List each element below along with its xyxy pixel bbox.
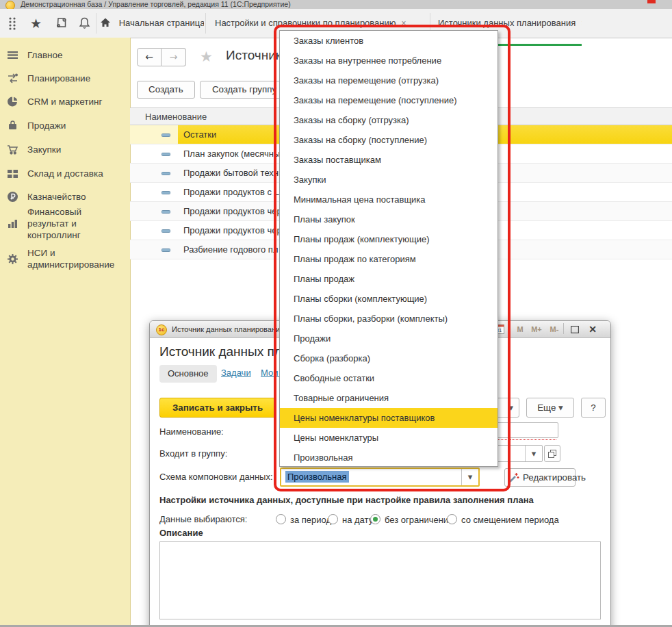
scheme-combo[interactable]: Произвольная ▾ [280, 468, 480, 487]
dropdown-item[interactable]: Заказы клиентов [280, 31, 497, 51]
m-minus-button[interactable]: M- [547, 323, 562, 335]
ruble-circle-icon [7, 191, 18, 203]
sidebar-item-purchases[interactable]: Закупки [0, 141, 130, 157]
titlebar-separator [563, 323, 564, 334]
radio-selected-icon [370, 514, 380, 524]
dropdown-item[interactable]: Заказы на внутреннее потребление [280, 51, 497, 71]
tab-close-icon[interactable]: × [402, 18, 406, 28]
dropdown-item[interactable]: Заказы на перемещение (поступление) [280, 90, 497, 110]
list-item-icon [161, 191, 170, 194]
warehouse-grid-icon [7, 168, 18, 179]
home-icon [100, 17, 111, 28]
chevron-down-icon[interactable]: ▾ [525, 446, 542, 461]
scheme-selected-value: Произвольная [285, 471, 349, 483]
list-item-icon [161, 210, 170, 214]
app-close-button-fragment[interactable] [647, 0, 656, 3]
dropdown-item[interactable]: Свободные остатки [280, 368, 497, 388]
tab-home[interactable]: Начальная страница [100, 9, 204, 38]
forward-button[interactable]: → [161, 48, 186, 66]
dropdown-item[interactable]: Сборка (разборка) [280, 348, 497, 368]
chevron-down-icon[interactable]: ▾ [461, 469, 478, 485]
dialog-close-icon[interactable]: ✕ [585, 323, 600, 335]
dropdown-item[interactable]: Произвольная [280, 448, 497, 468]
sidebar-item-treasury[interactable]: Казначейство [0, 188, 130, 205]
open-external-icon [548, 450, 556, 458]
dialog-title: Источник данных планировани [172, 321, 280, 337]
titlebar-separator [510, 323, 511, 334]
dropdown-item[interactable]: Минимальная цена поставщика [280, 190, 497, 209]
dropdown-item[interactable]: Продажи [280, 329, 497, 348]
tab-home-label: Начальная страница [119, 18, 204, 28]
save-and-close-button[interactable]: Записать и закрыть [159, 398, 276, 418]
create-group-button[interactable]: Создать группу [200, 81, 289, 99]
dropdown-item[interactable]: Заказы на перемещение (отгрузка) [280, 71, 497, 90]
scheme-field-label: Схема компоновки данных: [159, 469, 273, 485]
bar-chart-icon [7, 218, 18, 229]
chevron-down-icon: ▾ [558, 402, 563, 413]
notifications-bell-icon[interactable] [78, 16, 92, 30]
section-header: Настройки источника данных, доступные пр… [159, 495, 534, 505]
dropdown-item[interactable]: Планы закупок [280, 209, 497, 229]
dropdown-item[interactable]: Заказы на сборку (поступление) [280, 130, 497, 150]
sidebar-item-nsi-administration[interactable]: НСИ и администрирование [0, 245, 123, 272]
radio-icon [447, 514, 457, 524]
dropdown-item[interactable]: Заказы на сборку (отгрузка) [280, 110, 497, 130]
list-item-icon [161, 229, 170, 233]
list-item-icon [161, 172, 170, 175]
list-item-icon [161, 133, 170, 137]
list-item-icon [161, 248, 170, 252]
radio-bez-ogranicheniya[interactable]: без ограничения [370, 514, 453, 525]
page-favorite-star-icon[interactable]: ★ [200, 49, 213, 65]
dropdown-item[interactable]: Планы продаж по категориям [280, 249, 497, 269]
radio-so-smescheniem[interactable]: со смещением периода [447, 514, 559, 525]
help-button[interactable]: ? [581, 398, 606, 418]
dropdown-item[interactable]: Цены номенклатуры [280, 428, 497, 448]
tab-separator [205, 13, 206, 34]
dropdown-item[interactable]: Планы сборки, разборки (комплекты) [280, 309, 497, 329]
sidebar-item-financial-result[interactable]: Финансовый результат и контроллинг [0, 209, 123, 237]
dropdown-item[interactable]: Заказы поставщикам [280, 150, 497, 170]
sidebar-item-main[interactable]: Главное [0, 47, 130, 63]
description-label: Описание [159, 528, 203, 538]
app-title: Демонстрационная база / Управление торго… [21, 0, 291, 9]
radio-icon [328, 514, 338, 524]
list-item-icon [161, 153, 170, 156]
more-button[interactable]: Еще ▾ [526, 398, 574, 418]
sidebar-item-crm[interactable]: CRM и маркетинг [0, 93, 130, 110]
app-logo-icon [5, 1, 15, 9]
favorites-star-icon[interactable]: ★ [30, 16, 44, 30]
application-window: Демонстрационная база / Управление торго… [0, 0, 672, 627]
sidebar-item-planning[interactable]: Планирование [0, 70, 130, 86]
m-plus-button[interactable]: M+ [529, 323, 544, 335]
sidebar-item-sales[interactable]: Продажи [0, 117, 130, 133]
dropdown-item[interactable]: Планы сборки (комплектующие) [280, 289, 497, 309]
sections-menu-icon[interactable] [7, 16, 21, 30]
dropdown-item[interactable]: Товарные ограничения [280, 388, 497, 408]
m-button[interactable]: M [513, 323, 528, 335]
dropdown-item[interactable]: Закупки [280, 170, 497, 190]
name-field-label: Наименование: [159, 424, 224, 440]
dropdown-item[interactable]: Планы продаж [280, 269, 497, 289]
dialog-tab-tasks[interactable]: Задачи [221, 368, 251, 378]
sidebar-item-warehouse[interactable]: Склад и доставка [0, 165, 130, 181]
dialog-tab-main[interactable]: Основное [159, 365, 217, 383]
tab-close-icon[interactable]: × [581, 18, 582, 28]
radio-na-datu[interactable]: на дату [328, 514, 373, 525]
edit-button[interactable]: Редактировать [504, 468, 576, 487]
gear-icon [7, 253, 18, 265]
create-button[interactable]: Создать [137, 81, 195, 99]
history-scroll-icon[interactable] [55, 16, 68, 30]
group-field-label: Входит в группу: [159, 446, 227, 462]
back-button[interactable]: ← [137, 48, 161, 66]
description-textarea[interactable] [159, 541, 601, 619]
radio-za-period[interactable]: за период [276, 514, 331, 525]
group-open-button[interactable] [544, 445, 560, 462]
sections-sidebar: Главное Планирование CRM и маркетинг Про… [0, 38, 131, 627]
toolbar-separator [96, 13, 96, 34]
scheme-dropdown-list: Заказы клиентов Заказы на внутреннее пот… [279, 30, 498, 467]
dropdown-item[interactable]: Планы продаж (комплектующие) [280, 229, 497, 249]
dropdown-item-highlighted[interactable]: Цены номенклатуры поставщиков [280, 408, 497, 428]
app-titlebar: Демонстрационная база / Управление торго… [0, 0, 672, 9]
maximize-icon[interactable] [567, 323, 582, 335]
pie-chart-icon [7, 96, 18, 107]
